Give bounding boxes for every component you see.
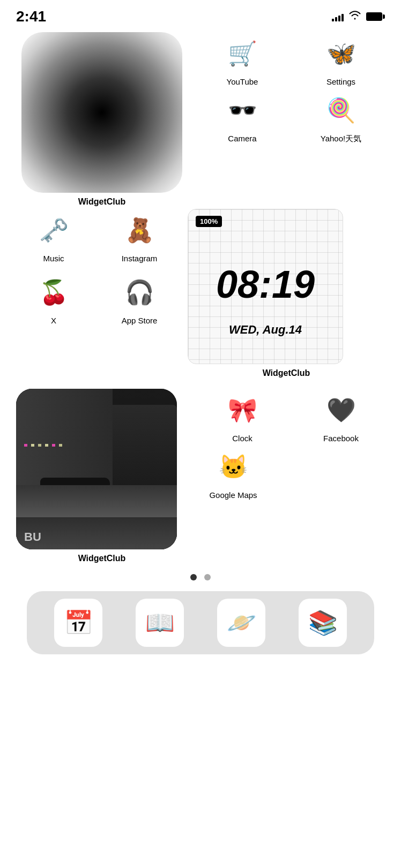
row3: BU WidgetClub Clock Facebook Google Ma — [16, 389, 385, 563]
app-yahoo[interactable]: Yahoo!天気 — [311, 89, 370, 144]
page-dot-1[interactable] — [190, 574, 197, 580]
dock-item-1[interactable] — [54, 599, 102, 647]
x-icon — [32, 271, 75, 314]
instagram-label: Instagram — [122, 254, 158, 263]
photo-widget-image: BU — [16, 389, 177, 549]
dock-item-4[interactable] — [299, 599, 347, 647]
app-instagram[interactable]: Instagram — [110, 209, 169, 263]
facebook-label: Facebook — [323, 434, 359, 443]
yahoo-icon — [320, 89, 362, 132]
row2: Music Instagram X App Store — [16, 209, 385, 378]
small-apps-col: Music Instagram X App Store — [16, 209, 177, 328]
music-icon — [32, 209, 75, 252]
dock — [27, 591, 374, 654]
appstore-icon — [118, 271, 161, 314]
apps-row-5: Clock Facebook — [198, 389, 385, 443]
googlemaps-icon — [212, 446, 255, 488]
city-text: BU — [24, 530, 41, 544]
photo-widget-label: WidgetClub — [16, 554, 188, 563]
clock-date-display: WED, Aug.14 — [229, 323, 302, 337]
app-youtube[interactable]: YouTube — [213, 32, 272, 86]
app-facebook[interactable]: Facebook — [311, 389, 370, 443]
music-label: Music — [43, 254, 64, 263]
dock3-icon — [227, 609, 256, 637]
apps-row-4: X App Store — [16, 271, 177, 325]
dock4-icon — [308, 609, 338, 637]
app-googlemaps[interactable]: Google Maps — [204, 446, 263, 500]
row1: WidgetClub YouTube Settings Camera — [16, 32, 385, 203]
apps-row-3: Music Instagram — [16, 209, 177, 263]
settings-icon — [320, 32, 362, 75]
instagram-icon — [118, 209, 161, 252]
city-scene: BU — [16, 389, 177, 549]
app-camera[interactable]: Camera — [213, 89, 272, 144]
battery-icon — [366, 12, 385, 21]
youtube-icon — [221, 32, 264, 75]
clock-icon — [221, 389, 264, 432]
page-dot-2[interactable] — [204, 574, 211, 580]
appstore-label: App Store — [122, 316, 158, 325]
app-settings[interactable]: Settings — [311, 32, 370, 86]
home-screen: WidgetClub YouTube Settings Camera — [0, 27, 401, 654]
widget-label: WidgetClub — [16, 197, 188, 207]
page-dots — [16, 574, 385, 580]
signal-icon — [332, 12, 344, 21]
clock-battery-badge: 100% — [196, 216, 222, 227]
status-icons — [332, 11, 385, 22]
top-right-apps: YouTube Settings Camera Yahoo!天気 — [198, 32, 385, 147]
clock-label: Clock — [232, 434, 253, 443]
settings-label: Settings — [326, 77, 355, 86]
right-apps-col: Clock Facebook Google Maps — [198, 389, 385, 502]
dock-item-2[interactable] — [136, 599, 184, 647]
apps-row-2: Camera Yahoo!天気 — [198, 89, 385, 144]
clock-widget-label: WidgetClub — [188, 368, 385, 378]
app-music[interactable]: Music — [24, 209, 83, 263]
wifi-icon — [349, 11, 361, 22]
clock-widget-wrap[interactable]: 100% 08:19 WED, Aug.14 WidgetClub — [188, 209, 385, 378]
googlemaps-label: Google Maps — [209, 490, 257, 500]
x-label: X — [51, 316, 56, 325]
camera-icon — [221, 89, 264, 132]
app-clock[interactable]: Clock — [213, 389, 272, 443]
dock-item-3[interactable] — [217, 599, 265, 647]
youtube-label: YouTube — [227, 77, 258, 86]
photo-widget[interactable]: BU WidgetClub — [16, 389, 188, 563]
status-bar: 2:41 — [0, 0, 401, 27]
facebook-icon — [320, 389, 362, 432]
camera-label: Camera — [228, 134, 256, 143]
widget-visual — [21, 32, 182, 193]
app-appstore[interactable]: App Store — [110, 271, 169, 325]
clock-time-display: 08:19 — [216, 262, 315, 306]
clock-widget: 100% 08:19 WED, Aug.14 — [188, 209, 343, 364]
apps-row-6: Google Maps — [198, 446, 385, 500]
status-time: 2:41 — [16, 8, 46, 25]
dock1-icon — [64, 609, 93, 637]
apps-row-1: YouTube Settings — [198, 32, 385, 86]
widgetclub-widget-large[interactable]: WidgetClub — [16, 32, 188, 203]
app-x[interactable]: X — [24, 271, 83, 325]
yahoo-label: Yahoo!天気 — [321, 134, 361, 144]
dock2-icon — [145, 609, 175, 637]
